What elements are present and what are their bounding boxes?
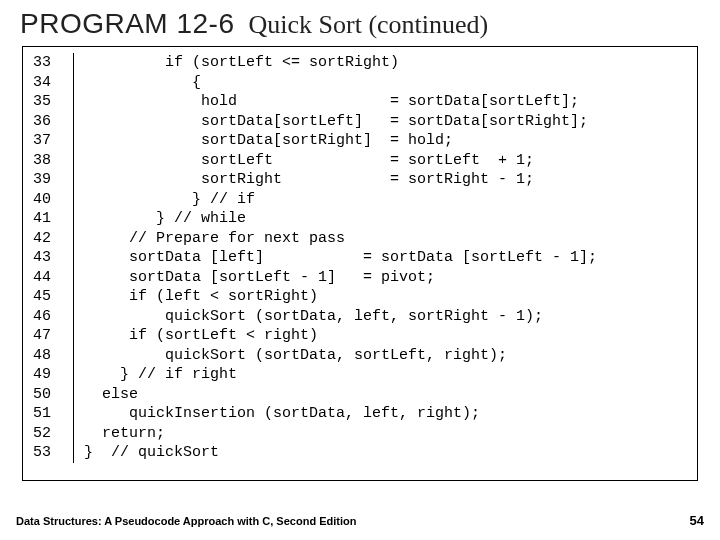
code-text: quickInsertion (sortData, left, right); — [84, 404, 480, 424]
code-text: if (sortLeft <= sortRight) — [84, 53, 399, 73]
code-text: sortData [left] = sortData [sortLeft - 1… — [84, 248, 597, 268]
code-line: 36 sortData[sortLeft] = sortData[sortRig… — [31, 112, 689, 132]
line-number: 44 — [31, 268, 74, 288]
code-line: 42 // Prepare for next pass — [31, 229, 689, 249]
line-number: 46 — [31, 307, 74, 327]
program-title: Quick Sort (continued) — [249, 10, 489, 40]
code-text: { — [84, 73, 201, 93]
code-text: else — [84, 385, 138, 405]
line-number: 49 — [31, 365, 74, 385]
slide: PROGRAM 12-6 Quick Sort (continued) 33 i… — [0, 0, 720, 540]
code-text: quickSort (sortData, left, sortRight - 1… — [84, 307, 543, 327]
program-heading: PROGRAM 12-6 Quick Sort (continued) — [16, 8, 704, 40]
code-line: 44 sortData [sortLeft - 1] = pivot; — [31, 268, 689, 288]
line-number: 48 — [31, 346, 74, 366]
code-line: 38 sortLeft = sortLeft + 1; — [31, 151, 689, 171]
code-text: if (left < sortRight) — [84, 287, 318, 307]
code-text: // Prepare for next pass — [84, 229, 345, 249]
slide-footer: Data Structures: A Pseudocode Approach w… — [16, 513, 704, 528]
line-number: 35 — [31, 92, 74, 112]
code-line: 33 if (sortLeft <= sortRight) — [31, 53, 689, 73]
code-line: 49 } // if right — [31, 365, 689, 385]
code-line: 48 quickSort (sortData, sortLeft, right)… — [31, 346, 689, 366]
code-text: } // while — [84, 209, 246, 229]
code-line: 41 } // while — [31, 209, 689, 229]
code-line: 47 if (sortLeft < right) — [31, 326, 689, 346]
code-line: 46 quickSort (sortData, left, sortRight … — [31, 307, 689, 327]
line-number: 47 — [31, 326, 74, 346]
code-text: sortData [sortLeft - 1] = pivot; — [84, 268, 435, 288]
code-line: 51 quickInsertion (sortData, left, right… — [31, 404, 689, 424]
code-line: 52 return; — [31, 424, 689, 444]
code-text: quickSort (sortData, sortLeft, right); — [84, 346, 507, 366]
code-text: sortLeft = sortLeft + 1; — [84, 151, 534, 171]
line-number: 42 — [31, 229, 74, 249]
line-number: 45 — [31, 287, 74, 307]
code-text: return; — [84, 424, 165, 444]
line-number: 50 — [31, 385, 74, 405]
code-text: sortData[sortLeft] = sortData[sortRight]… — [84, 112, 588, 132]
code-text: } // quickSort — [84, 443, 219, 463]
code-text: if (sortLeft < right) — [84, 326, 318, 346]
code-text: sortRight = sortRight - 1; — [84, 170, 534, 190]
line-number: 36 — [31, 112, 74, 132]
line-number: 34 — [31, 73, 74, 93]
book-title: Data Structures: A Pseudocode Approach w… — [16, 515, 356, 527]
line-number: 41 — [31, 209, 74, 229]
line-number: 52 — [31, 424, 74, 444]
code-line: 35 hold = sortData[sortLeft]; — [31, 92, 689, 112]
code-line: 34 { — [31, 73, 689, 93]
line-number: 33 — [31, 53, 74, 73]
code-text: } // if right — [84, 365, 237, 385]
line-number: 39 — [31, 170, 74, 190]
code-text: } // if — [84, 190, 255, 210]
code-line: 39 sortRight = sortRight - 1; — [31, 170, 689, 190]
code-line: 45 if (left < sortRight) — [31, 287, 689, 307]
code-text: hold = sortData[sortLeft]; — [84, 92, 579, 112]
line-number: 53 — [31, 443, 74, 463]
code-line: 43 sortData [left] = sortData [sortLeft … — [31, 248, 689, 268]
page-number: 54 — [690, 513, 704, 528]
code-listing: 33 if (sortLeft <= sortRight)34 {35 hold… — [22, 46, 698, 481]
line-number: 40 — [31, 190, 74, 210]
code-line: 37 sortData[sortRight] = hold; — [31, 131, 689, 151]
line-number: 51 — [31, 404, 74, 424]
code-line: 50 else — [31, 385, 689, 405]
code-line: 40 } // if — [31, 190, 689, 210]
code-line: 53} // quickSort — [31, 443, 689, 463]
line-number: 37 — [31, 131, 74, 151]
line-number: 38 — [31, 151, 74, 171]
program-label: PROGRAM 12-6 — [20, 8, 235, 40]
code-text: sortData[sortRight] = hold; — [84, 131, 453, 151]
line-number: 43 — [31, 248, 74, 268]
